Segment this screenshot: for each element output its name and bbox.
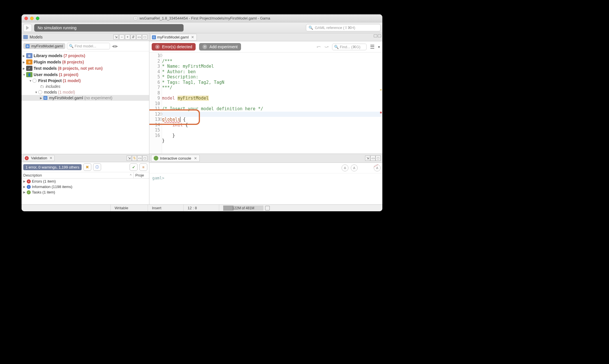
editor-find-input[interactable]: 🔍Find... (⌘G) (332, 44, 367, 50)
memory-bar[interactable]: 122M of 481M (223, 206, 263, 211)
info-toggle[interactable]: ⓘ (93, 163, 101, 171)
plus-icon[interactable]: + (125, 34, 130, 40)
library-icon: 🏛 (26, 53, 32, 58)
min-icon[interactable]: ▭ (137, 156, 142, 161)
console-output[interactable]: gaml> (149, 173, 382, 204)
models-pane-title: Models (30, 35, 43, 39)
validation-summary: 1 error, 0 warnings, 1,199 others (23, 164, 82, 170)
filter-icon[interactable]: ⇅ (132, 156, 137, 161)
app-window: G wsGamaRel_1.8_334544454 - First Projec… (22, 14, 382, 211)
nav-back-icon[interactable]: ◀ (112, 44, 115, 48)
list-toggle[interactable]: ≡ (139, 163, 147, 171)
max-icon[interactable]: □ (142, 156, 147, 161)
search-icon: 🔍 (69, 44, 74, 48)
task-icon: ✓ (27, 190, 31, 194)
folder-icon (23, 35, 28, 39)
error-icon: × (25, 156, 29, 160)
console-icon (154, 156, 158, 160)
gutter: 1− 234567 891011 12−× 13− 141516 (149, 53, 162, 154)
min-icon[interactable]: ▭ (370, 156, 375, 161)
nav-fwd-icon[interactable]: ▶ (115, 44, 118, 48)
validation-row-tasks[interactable]: ▶✓Tasks (1 item) (22, 189, 149, 195)
folder-icon (38, 90, 42, 94)
editor-tab[interactable]: G myFirstModel.gaml ✕ (151, 34, 197, 40)
open-file-chip[interactable]: G myFirstModel.gaml (23, 43, 65, 49)
menu-icon[interactable]: ▾ (378, 45, 380, 49)
close-icon[interactable]: ✕ (49, 156, 53, 160)
status-bar: Writable Insert 12 : 8 122M of 481M (22, 204, 382, 211)
status-writable: Writable (111, 205, 148, 211)
console-tab[interactable]: Interactive console ✕ (151, 155, 200, 162)
gaml-file-icon: G (152, 35, 156, 39)
window-title: wsGamaRel_1.8_334544454 - First Project/… (139, 16, 270, 20)
max-icon[interactable] (378, 34, 381, 37)
test-icon: ✓ (26, 66, 32, 71)
minus-icon[interactable]: − (119, 34, 124, 40)
validation-row-errors[interactable]: ▶×Errors (1 item) (22, 179, 149, 184)
error-icon: ✕ (155, 44, 160, 49)
play-icon (26, 26, 29, 30)
gc-trash-icon[interactable] (265, 206, 270, 210)
font-reset-icon[interactable]: A (374, 164, 381, 171)
gaml-reference-search[interactable]: 🔍 GAML reference (⇧⌘H) (306, 24, 381, 31)
col-description[interactable]: Description (23, 173, 42, 177)
errors-detected-button[interactable]: ✕Error(s) detected (152, 43, 196, 51)
project-tree[interactable]: ▶🏛Library models (7 projects) ▶⚙Plugin m… (22, 51, 149, 154)
max-icon[interactable]: □ (375, 156, 381, 161)
view-menu-icon[interactable]: ⇲ (365, 156, 370, 161)
plugin-icon: ⚙ (26, 59, 32, 65)
status-insert: Insert (148, 205, 184, 211)
sort-icon[interactable]: ^ (130, 173, 132, 177)
folder-icon: 🗀 (40, 84, 44, 89)
link-icon[interactable]: ⇵ (131, 34, 136, 40)
min-icon[interactable] (374, 34, 377, 37)
font-size-a-icon[interactable]: A (342, 164, 348, 171)
status-position: 12 : 8 (184, 205, 219, 211)
info-icon: i (27, 185, 31, 189)
outline-icon[interactable]: ☰ (370, 44, 375, 50)
close-icon[interactable]: ✕ (194, 156, 197, 160)
error-icon: × (27, 179, 31, 183)
nav-back-icon[interactable]: ⤺ (317, 44, 321, 50)
min2-icon[interactable]: ▭ (136, 34, 142, 40)
main-toolbar: No simulation running 🔍 GAML reference (… (22, 22, 382, 33)
add-experiment-button[interactable]: +Add experiment (199, 43, 241, 51)
collapse-icon[interactable]: ⇲ (113, 34, 119, 40)
validation-row-info[interactable]: ▶iInformation (1198 items) (22, 184, 149, 189)
max-icon[interactable]: □ (142, 34, 147, 40)
simulation-status: No simulation running (34, 24, 184, 32)
close-icon[interactable]: ✕ (191, 35, 194, 39)
titlebar: G wsGamaRel_1.8_334544454 - First Projec… (22, 14, 382, 22)
app-icon: G (134, 16, 138, 20)
search-icon: 🔍 (334, 45, 339, 49)
models-pane-header: Models ⇲ − + ⇵ ▭ □ (22, 33, 149, 41)
font-size-b-icon[interactable]: A (351, 164, 358, 171)
search-icon: 🔍 (309, 26, 313, 30)
validation-tab[interactable]: × Validation ✕ (23, 155, 55, 161)
col-project[interactable]: Proje (134, 172, 149, 178)
code-editor[interactable]: 1− 234567 891011 12−× 13− 141516 /*** * … (149, 53, 382, 154)
project-icon (32, 79, 36, 83)
run-button[interactable] (23, 24, 32, 32)
gaml-file-icon: G (43, 96, 47, 100)
plus-icon: + (203, 44, 207, 49)
view-menu-icon[interactable]: ⇲ (127, 156, 132, 161)
nav-fwd-icon[interactable]: ⤻ (324, 44, 329, 50)
find-model-input[interactable]: 🔍 Find model... (67, 43, 110, 49)
gaml-file-icon: G (26, 44, 30, 48)
check-toggle[interactable]: ✔ (130, 163, 138, 171)
warning-toggle[interactable]: ✖ (83, 163, 91, 171)
user-icon: 👤 (26, 72, 32, 77)
